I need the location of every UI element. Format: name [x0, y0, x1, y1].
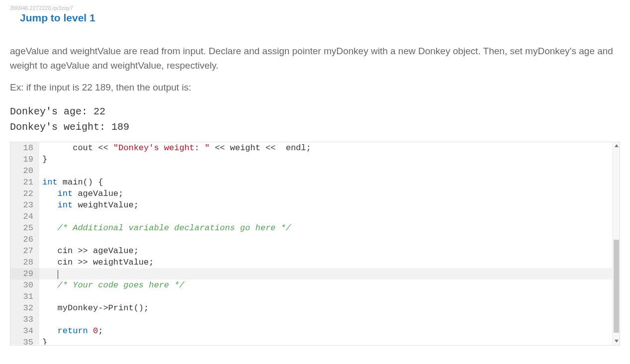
code-line[interactable]: 25 /* Additional variable declarations g…: [10, 222, 612, 234]
example-label: Ex: if the input is 22 189, then the out…: [10, 82, 620, 93]
scrollbar-track[interactable]: [612, 142, 620, 345]
line-number: 28: [10, 257, 39, 268]
line-number: 34: [10, 325, 39, 337]
code-content[interactable]: /* Additional variable declarations go h…: [39, 222, 612, 234]
code-line[interactable]: 34 return 0;: [10, 325, 612, 337]
line-number: 25: [10, 222, 39, 234]
line-number: 32: [10, 302, 39, 314]
page-container: 396946.2272220.qx3zqy7 Jump to level 1 a…: [0, 0, 630, 346]
code-line[interactable]: 27 cin >> ageValue;: [10, 245, 612, 257]
code-content[interactable]: cin >> ageValue;: [39, 245, 612, 257]
code-line[interactable]: 32 myDonkey->Print();: [10, 302, 612, 314]
code-line[interactable]: 23 int weightValue;: [10, 199, 612, 211]
line-number: 27: [10, 245, 39, 257]
line-number: 19: [10, 154, 39, 165]
meta-id: 396946.2272220.qx3zqy7: [10, 5, 620, 11]
line-number: 29: [10, 268, 39, 279]
line-number: 21: [10, 177, 39, 188]
line-number: 35: [10, 337, 39, 345]
code-line[interactable]: 26: [10, 234, 612, 245]
problem-instructions: ageValue and weightValue are read from i…: [10, 44, 620, 73]
line-number: 23: [10, 199, 39, 211]
code-line[interactable]: 35}: [10, 337, 612, 345]
line-number: 18: [10, 142, 39, 154]
code-content[interactable]: [39, 234, 612, 245]
code-content[interactable]: return 0;: [39, 325, 612, 337]
line-number: 33: [10, 314, 39, 325]
code-content[interactable]: cin >> weightValue;: [39, 257, 612, 268]
code-content[interactable]: myDonkey->Print();: [39, 302, 612, 314]
code-editor[interactable]: 18 cout << "Donkey's weight: " << weight…: [10, 142, 620, 346]
example-output: Donkey's age: 22 Donkey's weight: 189: [10, 104, 620, 135]
scroll-down-arrow[interactable]: [613, 338, 620, 345]
code-line[interactable]: 20: [10, 165, 612, 177]
jump-to-level-link[interactable]: Jump to level 1: [20, 12, 95, 24]
line-number: 31: [10, 291, 39, 302]
code-content[interactable]: int ageValue;: [39, 188, 612, 199]
code-content[interactable]: int weightValue;: [39, 199, 612, 211]
code-line[interactable]: 19}: [10, 154, 612, 165]
line-number: 20: [10, 165, 39, 177]
code-content[interactable]: [39, 211, 612, 222]
code-content[interactable]: /* Your code goes here */: [39, 279, 612, 291]
code-line[interactable]: 18 cout << "Donkey's weight: " << weight…: [10, 142, 612, 154]
scroll-up-arrow[interactable]: [613, 142, 620, 150]
code-content[interactable]: [39, 268, 612, 279]
code-editor-viewport[interactable]: 18 cout << "Donkey's weight: " << weight…: [10, 142, 612, 345]
code-content[interactable]: }: [39, 337, 612, 345]
code-line[interactable]: 24: [10, 211, 612, 222]
code-line[interactable]: 29: [10, 268, 612, 279]
text-cursor: [58, 270, 59, 279]
code-content[interactable]: }: [39, 154, 612, 165]
code-content[interactable]: [39, 314, 612, 325]
code-line[interactable]: 30 /* Your code goes here */: [10, 279, 612, 291]
code-line[interactable]: 31: [10, 291, 612, 302]
line-number: 26: [10, 234, 39, 245]
code-line[interactable]: 28 cin >> weightValue;: [10, 257, 612, 268]
code-content[interactable]: cout << "Donkey's weight: " << weight <<…: [39, 142, 612, 154]
line-number: 24: [10, 211, 39, 222]
code-line[interactable]: 22 int ageValue;: [10, 188, 612, 199]
scrollbar-thumb[interactable]: [614, 240, 619, 333]
code-content[interactable]: int main() {: [39, 177, 612, 188]
code-content[interactable]: [39, 291, 612, 302]
code-content[interactable]: [39, 165, 612, 177]
line-number: 22: [10, 188, 39, 199]
code-line[interactable]: 33: [10, 314, 612, 325]
line-number: 30: [10, 279, 39, 291]
code-line[interactable]: 21int main() {: [10, 177, 612, 188]
